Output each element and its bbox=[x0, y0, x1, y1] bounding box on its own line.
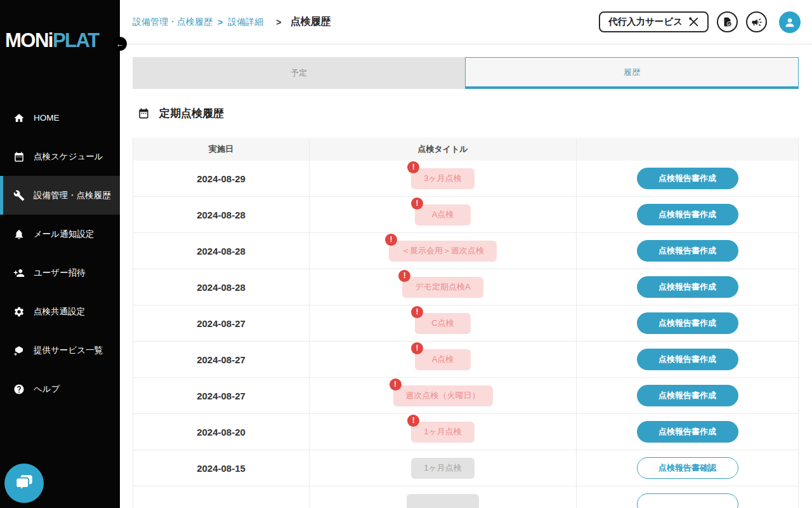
chat-icon bbox=[13, 472, 35, 494]
calendar-icon bbox=[13, 151, 25, 163]
table-row: 2024-08-20 ! 1ヶ月点検 点検報告書作成 bbox=[133, 414, 798, 450]
sidebar-item-label: 点検共通設定 bbox=[34, 306, 85, 318]
sidebar-item-schedule[interactable]: 点検スケジュール bbox=[0, 137, 120, 176]
badge-wrap: ! デモ定期点検A bbox=[402, 277, 483, 298]
breadcrumb-link-equipment[interactable]: 設備管理・点検履歴 bbox=[133, 17, 213, 28]
content: 予定 履歴 定期点検履歴 実施日 点検タイトル 2024-08-29 ! 3ヶ月… bbox=[120, 44, 812, 508]
sidebar-item-services[interactable]: 提供サービス一覧 bbox=[0, 331, 120, 370]
megaphone-icon bbox=[751, 17, 763, 28]
sidebar: MONiPLAT HOME 点検スケジュール 設備管理・点検履歴 メール通知設定… bbox=[0, 0, 120, 508]
report-button[interactable]: 点検報告書作成 bbox=[637, 312, 738, 334]
section-title: 定期点検履歴 bbox=[133, 106, 799, 121]
inspection-badge: 3ヶ月点検 bbox=[411, 168, 475, 189]
row-action-cell: 点検報告書作成 bbox=[577, 342, 798, 377]
breadcrumb-link-detail[interactable]: 設備詳細 bbox=[228, 17, 263, 28]
logo-part-1: MONi bbox=[5, 29, 53, 51]
table-row: 2024-08-29 ! 3ヶ月点検 点検報告書作成 bbox=[133, 161, 798, 197]
inspection-badge: C点検 bbox=[415, 313, 471, 334]
badge-wrap: ! 1ヶ月点検 bbox=[411, 422, 475, 443]
row-date: 2024-08-27 bbox=[133, 378, 310, 413]
inspection-badge: 週次点検（火曜日） bbox=[393, 385, 493, 406]
sidebar-item-label: ヘルプ bbox=[34, 384, 60, 395]
row-action-cell: 点検報告書作成 bbox=[577, 161, 798, 196]
tab-history[interactable]: 履歴 bbox=[465, 57, 799, 89]
row-date bbox=[133, 486, 310, 508]
row-title-cell: ! ＜展示会用＞週次点検 bbox=[310, 233, 577, 269]
chat-widget-button[interactable] bbox=[4, 464, 44, 503]
sidebar-item-common-settings[interactable]: 点検共通設定 bbox=[0, 292, 120, 331]
inspection-badge: A点検 bbox=[415, 349, 471, 370]
alert-icon: ! bbox=[390, 378, 402, 391]
badge-wrap: ! ＜展示会用＞週次点検 bbox=[389, 241, 497, 262]
sidebar-item-user-invite[interactable]: ユーザー招待 bbox=[0, 253, 120, 292]
sidebar-item-mail-settings[interactable]: メール通知設定 bbox=[0, 215, 120, 253]
row-date: 2024-08-20 bbox=[133, 414, 310, 450]
report-button[interactable]: 点検報告書作成 bbox=[637, 168, 738, 189]
sidebar-collapse-button[interactable]: ← bbox=[113, 37, 127, 51]
badge-wrap: ! A点検 bbox=[415, 204, 471, 225]
table-row: 2024-08-28 ! デモ定期点検A 点検報告書作成 bbox=[133, 269, 798, 305]
table-row: 2024-08-27 ! C点検 点検報告書作成 bbox=[133, 305, 798, 342]
report-button[interactable] bbox=[637, 493, 738, 508]
collapse-arrow-icon: ← bbox=[116, 39, 124, 49]
table-row: 2024-08-27 ! 週次点検（火曜日） 点検報告書作成 bbox=[133, 378, 798, 414]
bell-icon bbox=[13, 229, 25, 240]
row-title-cell: ! 3ヶ月点検 bbox=[310, 161, 577, 196]
user-avatar[interactable] bbox=[779, 11, 801, 33]
badge-wrap: ! 週次点検（火曜日） bbox=[393, 385, 493, 406]
report-button[interactable]: 点検報告書作成 bbox=[637, 385, 738, 406]
tab-schedule[interactable]: 予定 bbox=[133, 57, 465, 89]
row-date: 2024-08-29 bbox=[133, 161, 310, 196]
row-action-cell: 点検報告書作成 bbox=[577, 197, 798, 232]
row-date: 2024-08-27 bbox=[133, 342, 310, 377]
badge-wrap: ! C点検 bbox=[415, 313, 471, 334]
alert-icon: ! bbox=[411, 197, 423, 210]
report-button[interactable]: 点検報告書作成 bbox=[637, 240, 738, 262]
row-date: 2024-08-15 bbox=[133, 450, 310, 486]
logo-part-2: PLAT bbox=[53, 29, 99, 51]
report-check-button[interactable] bbox=[717, 11, 738, 32]
report-button[interactable]: 点検報告書作成 bbox=[637, 276, 738, 298]
proxy-input-service-button[interactable]: 代行入力サービス bbox=[599, 11, 709, 32]
tab-bar: 予定 履歴 bbox=[133, 57, 799, 89]
calendar-icon bbox=[138, 107, 150, 119]
report-button[interactable]: 点検報告書作成 bbox=[637, 421, 738, 443]
wrench-icon bbox=[13, 190, 25, 201]
row-title-cell: ! A点検 bbox=[310, 197, 577, 232]
report-button[interactable]: 点検報告書作成 bbox=[637, 349, 738, 370]
sidebar-item-home[interactable]: HOME bbox=[0, 98, 120, 137]
alert-icon: ! bbox=[407, 415, 419, 427]
row-action-cell: 点検報告書作成 bbox=[577, 305, 798, 341]
column-header-date: 実施日 bbox=[133, 138, 310, 161]
topbar-actions: 代行入力サービス bbox=[599, 11, 801, 33]
sidebar-item-equipment-history[interactable]: 設備管理・点検履歴 bbox=[0, 176, 120, 215]
inspection-badge bbox=[407, 494, 479, 508]
report-button[interactable]: 点検報告書確認 bbox=[637, 457, 738, 479]
sidebar-item-label: HOME bbox=[34, 113, 60, 123]
sidebar-item-label: ユーザー招待 bbox=[34, 267, 86, 279]
row-action-cell bbox=[577, 486, 798, 508]
alert-icon: ! bbox=[411, 342, 423, 354]
row-action-cell: 点検報告書作成 bbox=[577, 378, 798, 413]
alert-icon: ! bbox=[407, 161, 419, 173]
sidebar-item-help[interactable]: ヘルプ bbox=[0, 370, 120, 408]
row-action-cell: 点検報告書確認 bbox=[577, 450, 798, 486]
sidebar-item-label: 提供サービス一覧 bbox=[34, 345, 103, 356]
app-logo: MONiPLAT bbox=[5, 29, 99, 52]
row-title-cell: ! 1ヶ月点検 bbox=[310, 414, 577, 450]
breadcrumb: 設備管理・点検履歴 > 設備詳細 > 点検履歴 bbox=[133, 15, 331, 29]
announcements-button[interactable] bbox=[746, 11, 767, 32]
tools-icon bbox=[688, 17, 699, 27]
badge-wrap: 1ヶ月点検 bbox=[411, 458, 475, 479]
user-plus-icon bbox=[13, 267, 25, 279]
alert-icon: ! bbox=[411, 306, 423, 318]
row-action-cell: 点検報告書作成 bbox=[577, 414, 798, 450]
person-icon bbox=[783, 15, 797, 29]
table-row bbox=[133, 486, 798, 508]
table-row: 2024-08-27 ! A点検 点検報告書作成 bbox=[133, 342, 798, 378]
inspection-badge: ＜展示会用＞週次点検 bbox=[389, 241, 497, 262]
report-button[interactable]: 点検報告書作成 bbox=[637, 204, 738, 225]
tab-label: 履歴 bbox=[624, 67, 640, 78]
sidebar-nav: HOME 点検スケジュール 設備管理・点検履歴 メール通知設定 ユーザー招待 点… bbox=[0, 98, 120, 408]
inspection-badge: 1ヶ月点検 bbox=[411, 422, 475, 443]
